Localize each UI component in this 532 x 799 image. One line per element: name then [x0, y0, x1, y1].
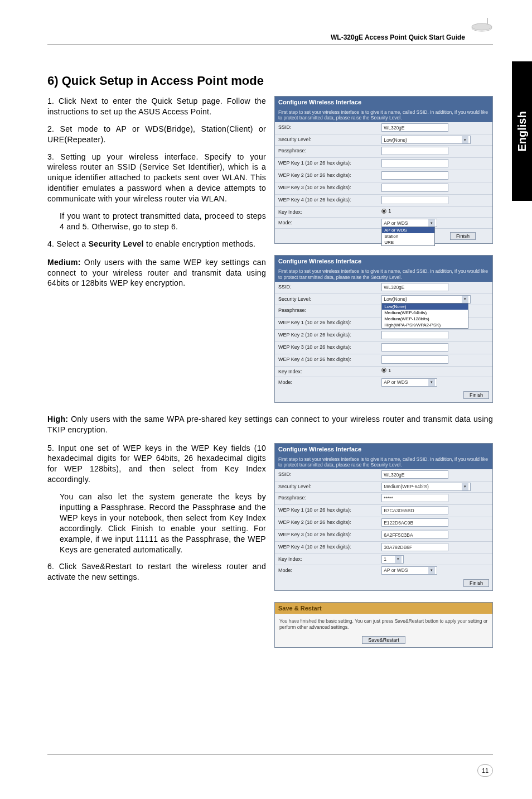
p2-keyindex-radio[interactable]: 1: [381, 368, 391, 373]
para-medium: Medium: Only users with the same WEP key…: [47, 257, 266, 289]
p1-k4-input[interactable]: [381, 196, 448, 204]
p3-k4-input[interactable]: 30A792DB6F: [381, 543, 448, 551]
p3-ssid-input[interactable]: WL320gE: [381, 470, 448, 479]
p2-sec-opt0[interactable]: Low(None): [382, 304, 468, 310]
p3-ssid-label: SSID:: [275, 469, 379, 481]
p2-k3-input[interactable]: [381, 343, 448, 352]
step-2: 2. Set mode to AP or WDS(Bridge), Statio…: [47, 124, 266, 145]
svg-point-2: [472, 23, 492, 30]
p2-keyindex-label: Key Index:: [275, 367, 379, 377]
p1-mode-value: AP or WDS: [384, 220, 408, 226]
p1-sec-value: Low(None): [384, 137, 407, 143]
p2-k3-label: WEP Key 3 (10 or 26 hex digits):: [275, 342, 379, 354]
p3-k2-label: WEP Key 2 (10 or 26 hex digits):: [275, 517, 379, 529]
step-1: 1. Click Next to enter the Quick Setup p…: [47, 96, 266, 117]
p3-k3-input[interactable]: 6A2FF5C3BA: [381, 531, 448, 539]
footer-divider: [47, 754, 493, 754]
p3-mode-select[interactable]: AP or WDS▾: [381, 566, 437, 575]
p1-sec-label: Security Level:: [275, 134, 379, 145]
p1-mode-opt0[interactable]: AP or WDS: [382, 227, 434, 233]
para-high: High: Only users with the same WPA pre-s…: [47, 414, 493, 435]
p2-k2-input[interactable]: [381, 331, 448, 339]
p2-pass-label: Passphrase:: [275, 305, 379, 317]
language-tab: English: [512, 61, 532, 201]
step-5: 5. Input one set of WEP keys in the WEP …: [47, 443, 266, 485]
step-4-post: to enable encryption methods.: [144, 239, 255, 248]
language-tab-text: English: [516, 111, 529, 151]
p2-sec-select[interactable]: Low(None)▾: [381, 295, 471, 304]
step-4-bold: Security Level: [89, 239, 144, 248]
panel2-title: Configure Wireless Interface: [275, 256, 492, 267]
p1-pass-label: Passphrase:: [275, 146, 379, 157]
dropdown-arrow-icon: ▾: [462, 136, 468, 143]
p3-k1-input[interactable]: B7CA3D65BD: [381, 506, 448, 514]
p3-finish-button[interactable]: Finish: [463, 579, 489, 587]
p1-keyindex-radio[interactable]: 1: [381, 208, 391, 214]
p2-finish-button[interactable]: Finish: [463, 391, 489, 399]
p2-mode-value: AP or WDS: [384, 379, 408, 385]
p1-sec-select[interactable]: Low(None)▾: [381, 136, 471, 144]
p1-ssid-label: SSID:: [275, 122, 379, 134]
p2-sec-opt2[interactable]: Medium(WEP-128bits): [382, 316, 468, 322]
medium-text: Only users with the same WEP key setting…: [47, 258, 266, 288]
panel1-desc: First step to set your wireless interfac…: [275, 108, 492, 122]
p1-k3-input[interactable]: [381, 184, 448, 192]
panel2-desc: First step to set your wireless interfac…: [275, 267, 492, 281]
router-icon: [471, 17, 493, 35]
p3-mode-label: Mode:: [275, 565, 379, 576]
p3-pass-label: Passphrase:: [275, 493, 379, 504]
p3-mode-value: AP or WDS: [384, 567, 408, 573]
p3-keyindex-label: Key Index:: [275, 554, 379, 565]
p1-finish-button[interactable]: Finish: [450, 232, 476, 240]
p2-k2-label: WEP Key 2 (10 or 26 hex digits):: [275, 330, 379, 341]
p1-ssid-input[interactable]: WL320gE: [381, 123, 448, 132]
p3-pass-input[interactable]: *****: [381, 494, 448, 502]
p2-sec-value: Low(None): [384, 296, 407, 302]
p1-k3-label: WEP Key 3 (10 or 26 hex digits):: [275, 182, 379, 194]
step-5-sub: You can also let the system generate the…: [60, 492, 266, 555]
p3-k2-input[interactable]: E122D6AC9B: [381, 518, 448, 527]
p2-k1-label: WEP Key 1 (10 or 26 hex digits):: [275, 317, 379, 329]
p3-sec-value: Medium(WEP-64bits): [384, 484, 429, 489]
p2-k4-label: WEP Key 4 (10 or 26 hex digits):: [275, 354, 379, 366]
p2-sec-opt3[interactable]: High(WPA-PSK/WPA2-PSK): [382, 322, 468, 328]
section-heading: 6) Quick Setup in Access Point mode: [47, 74, 493, 88]
step-3-sub: If you want to protect transmitted data,…: [60, 211, 266, 232]
high-text: Only users with the same WPA pre-shared …: [47, 415, 493, 434]
p2-ssid-label: SSID:: [275, 282, 379, 293]
panel4-desc: You have finished the basic setting. You…: [275, 614, 492, 633]
p3-k4-label: WEP Key 4 (10 or 26 hex digits):: [275, 542, 379, 553]
p1-mode-opt1[interactable]: Station: [382, 233, 434, 239]
dropdown-arrow-icon: ▾: [428, 567, 435, 574]
step-6: 6. Click Save&Restart to restart the wir…: [47, 561, 266, 583]
p1-mode-select[interactable]: AP or WDS▾: [381, 219, 437, 227]
p1-k2-input[interactable]: [381, 171, 448, 180]
doc-title: WL-320gE Access Point Quick Start Guide: [47, 33, 493, 45]
step-4-pre: 4. Select a: [47, 239, 89, 248]
p2-k4-input[interactable]: [381, 355, 448, 364]
radio-icon: [381, 209, 386, 214]
panel3-desc: First step to set your wireless interfac…: [275, 455, 492, 469]
p1-k1-input[interactable]: [381, 159, 448, 167]
p1-k2-label: WEP Key 2 (10 or 26 hex digits):: [275, 170, 379, 182]
p1-k4-label: WEP Key 4 (10 or 26 hex digits):: [275, 195, 379, 206]
p2-ssid-input[interactable]: WL320gE: [381, 283, 448, 291]
p2-sec-opt1[interactable]: Medium(WEP-64bits): [382, 310, 468, 316]
p1-mode-label: Mode:: [275, 218, 379, 228]
config-panel-3: Configure Wireless Interface First step …: [274, 443, 493, 591]
p1-mode-dropdown: AP or WDS Station URE: [381, 227, 435, 246]
dropdown-arrow-icon: ▾: [462, 483, 468, 490]
p3-sec-select[interactable]: Medium(WEP-64bits)▾: [381, 483, 471, 491]
p2-mode-label: Mode:: [275, 377, 379, 388]
p2-mode-select[interactable]: AP or WDS▾: [381, 378, 437, 387]
p3-keyindex-select[interactable]: 1▾: [381, 555, 404, 564]
dropdown-arrow-icon: ▾: [428, 219, 435, 227]
p3-k1-label: WEP Key 1 (10 or 26 hex digits):: [275, 505, 379, 517]
panel3-title: Configure Wireless Interface: [275, 444, 492, 455]
panel1-title: Configure Wireless Interface: [275, 97, 492, 108]
save-restart-button[interactable]: Save&Restart: [362, 636, 405, 644]
p1-pass-input[interactable]: [381, 147, 448, 155]
p1-mode-opt2[interactable]: URE: [382, 239, 434, 246]
p3-keyindex-value: 1: [384, 556, 386, 562]
p2-sec-dropdown: Low(None) Medium(WEP-64bits) Medium(WEP-…: [381, 303, 468, 329]
